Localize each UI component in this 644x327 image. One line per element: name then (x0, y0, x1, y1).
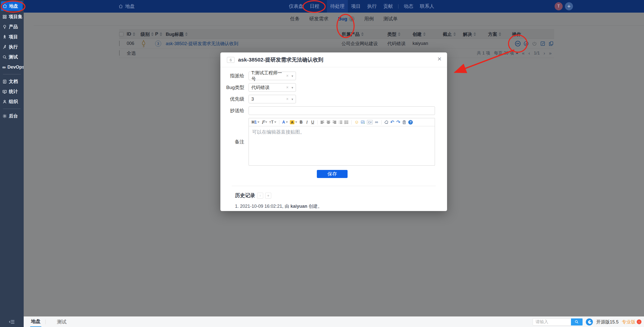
sidebar-item-devops[interactable]: ∞ DevOps (0, 62, 24, 72)
priority-label: 优先级 (220, 96, 249, 102)
sidebar-item-label: 项目集 (9, 14, 22, 20)
assignee-value: T:测试工程师一号 (251, 70, 286, 82)
sidebar-item-label: 后台 (9, 113, 18, 119)
collapse-menu-icon[interactable] (9, 318, 15, 325)
italic-button[interactable]: I (304, 119, 310, 126)
redo-icon[interactable]: ↷ (395, 119, 401, 126)
unordered-list-icon[interactable] (344, 119, 349, 126)
top-menu-execution[interactable]: 执行 (364, 0, 380, 13)
ordered-list-icon[interactable] (338, 119, 343, 126)
sidebar-item-label: 项目 (9, 34, 18, 40)
search-button[interactable] (571, 318, 583, 325)
insert-image-icon[interactable] (360, 119, 366, 126)
taskbar-tab-qa[interactable]: 测试 (56, 317, 67, 327)
sidebar-item-execution[interactable]: 执行 (0, 42, 24, 52)
search-icon (574, 320, 579, 324)
sidebar-divider (3, 74, 21, 74)
save-button[interactable]: 保存 (317, 170, 348, 178)
modal-header: 6 ask-38502-提研发需求无法确认收到 × (220, 52, 447, 67)
paste-icon[interactable] (401, 119, 407, 126)
align-left-icon[interactable] (320, 119, 325, 126)
create-button[interactable]: + (565, 2, 573, 10)
sidebar-item-program[interactable]: 项目集 (0, 12, 24, 22)
chevron-down-icon (295, 122, 297, 123)
heading-button[interactable]: H1 (251, 119, 260, 126)
font-size-button[interactable]: TT (268, 119, 277, 126)
topbar: 地盘 仪表盘 日程 待处理 项目 执行 贡献 动态 联系人 T + (24, 0, 644, 13)
comment-textarea[interactable]: 可以在编辑器直接贴图。 (249, 126, 435, 165)
search-input[interactable] (533, 318, 571, 325)
breadcrumb[interactable]: 地盘 (118, 0, 135, 13)
code-block-button[interactable]: C# (366, 119, 373, 126)
sidebar-item-report[interactable]: 统计 (0, 86, 24, 97)
top-menu-contribution[interactable]: 贡献 (380, 0, 396, 13)
breadcrumb-label: 地盘 (125, 3, 135, 10)
sidebar-item-product[interactable]: 产品 (0, 22, 24, 32)
priority-select[interactable]: 3 × ▾ (249, 95, 296, 103)
align-center-icon[interactable] (326, 119, 331, 126)
top-menu-project[interactable]: 项目 (348, 0, 364, 13)
history-section: 历史记录 ↑ + 1. 2021-10-09 16:02:21, 由 kaiyu… (220, 192, 447, 209)
history-user: kaiyuan (290, 204, 307, 209)
underline-button[interactable]: U (310, 119, 315, 126)
chart-icon (2, 89, 7, 94)
magnifier-icon (2, 55, 7, 60)
people-icon (2, 99, 7, 104)
reverse-order-icon[interactable]: ↑ (257, 193, 263, 199)
avatar[interactable]: T (555, 2, 563, 10)
modal-title: ask-38502-提研发需求无法确认收到 (238, 56, 323, 63)
bulb-icon (2, 24, 7, 29)
bug-type-select[interactable]: 代码错误 × ▾ (249, 83, 296, 92)
taskbar: 地盘 测试 开源版15.5 专业版 ↑ (24, 316, 644, 327)
history-title: 历史记录 (235, 192, 255, 199)
comment-editor: H1 F TT A A B I U ☺ (249, 118, 435, 166)
sidebar-item-org[interactable]: 组织 (0, 97, 24, 107)
sidebar-item-doc[interactable]: 文档 (0, 76, 24, 86)
font-color-button[interactable]: A (281, 119, 289, 126)
undo-icon[interactable]: ↶ (390, 119, 395, 126)
bug-id-badge: 6 (227, 57, 234, 63)
chevron-down-icon (265, 122, 267, 123)
sidebar: 地盘 项目集 产品 项目 执行 测试 ∞ DevOps 文档 统计 组织 后台 (0, 0, 24, 327)
bold-button[interactable]: B (298, 119, 304, 126)
font-family-button[interactable]: F (261, 119, 268, 126)
chevron-down-icon (257, 122, 259, 123)
eraser-icon[interactable] (384, 119, 389, 126)
taskbar-tab-my[interactable]: 地盘 (30, 317, 41, 327)
emoji-icon[interactable]: ☺ (354, 119, 360, 126)
sidebar-item-admin[interactable]: 后台 (0, 111, 24, 121)
expand-all-icon[interactable]: + (265, 193, 271, 199)
top-menu-dashboard[interactable]: 仪表盘 (286, 0, 307, 13)
assignee-select[interactable]: T:测试工程师一号 × ▾ (249, 72, 296, 80)
top-menu-calendar[interactable]: 日程 (307, 0, 323, 13)
chevron-down-icon: ▾ (291, 86, 293, 90)
chevron-down-icon: ▾ (291, 97, 293, 101)
cc-label: 抄送给 (220, 107, 249, 114)
modal-body: 指派给 T:测试工程师一号 × ▾ Bug类型 代码错误 × ▾ 优先级 3 ×… (220, 67, 447, 209)
top-menu-contacts[interactable]: 联系人 (417, 0, 437, 13)
sidebar-item-project[interactable]: 项目 (0, 32, 24, 42)
upgrade-link[interactable]: 专业版 ↑ (622, 319, 641, 325)
clear-icon[interactable]: × (286, 85, 288, 90)
highlight-color-button[interactable]: A (289, 119, 298, 126)
sidebar-item-label: 统计 (9, 88, 18, 95)
clear-icon[interactable]: × (286, 97, 288, 101)
sidebar-item-qa[interactable]: 测试 (0, 52, 24, 62)
modal-divider (232, 186, 436, 186)
menu-divider (325, 4, 325, 9)
top-menu-dynamics[interactable]: 动态 (400, 0, 417, 13)
toolbar-divider (351, 120, 352, 125)
align-right-icon[interactable] (332, 119, 337, 126)
rocket-icon (2, 35, 7, 39)
sidebar-item-label: 组织 (9, 99, 18, 105)
cc-input[interactable] (249, 106, 435, 115)
close-icon[interactable]: × (437, 55, 442, 63)
help-icon[interactable]: ? (408, 119, 414, 126)
link-icon[interactable]: ∞ (374, 119, 379, 126)
sidebar-item-my[interactable]: 地盘 (1, 1, 23, 11)
sidebar-item-label: 地盘 (9, 3, 18, 9)
clear-icon[interactable]: × (286, 74, 288, 78)
chevron-down-icon: ▾ (291, 74, 293, 78)
top-menu-todo[interactable]: 待处理 (327, 0, 348, 13)
gear-icon (2, 114, 7, 118)
